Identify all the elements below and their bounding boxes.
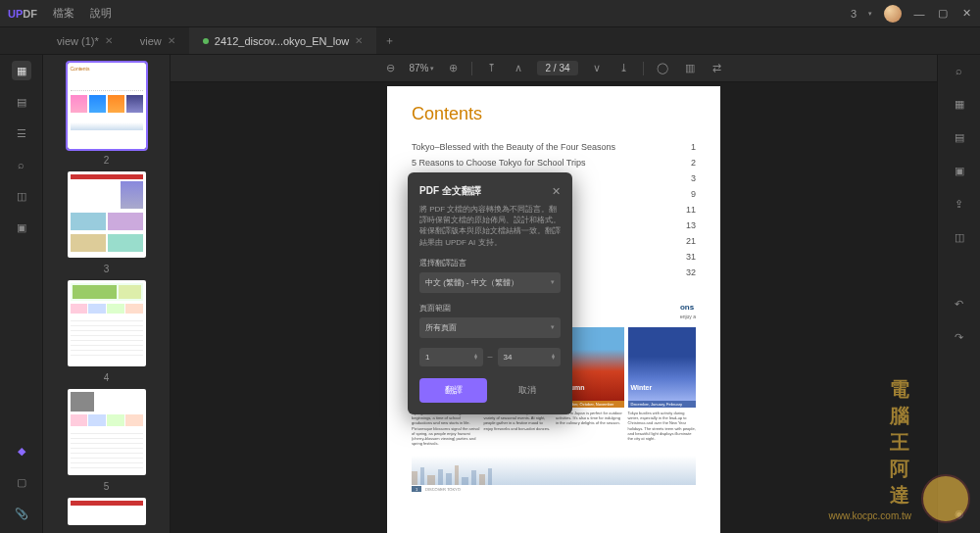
skyline-graphic — [412, 456, 696, 485]
redo-icon[interactable]: ↷ — [950, 327, 969, 347]
thumbnail-label: 5 — [104, 481, 110, 492]
maximize-button[interactable]: ▢ — [937, 8, 949, 20]
translate-button[interactable]: 翻譯 — [419, 378, 487, 403]
search-icon[interactable]: ⌕ — [12, 155, 31, 174]
range-label: 頁面範圍 — [419, 303, 561, 314]
thumbnail-label: 2 — [104, 155, 110, 166]
thumbnail-page-3[interactable] — [68, 171, 146, 258]
zoom-value[interactable]: 87% ▾ — [409, 63, 434, 73]
thumbnail-label: 4 — [104, 372, 110, 383]
toolbar: ⊖ 87% ▾ ⊕ ⤒ ∧ 2 / 34 ∨ ⤓ ◯ ▥ ⇄ — [171, 55, 937, 82]
layout-icon[interactable]: ▥ — [681, 60, 699, 77]
edit-icon[interactable]: ▦ — [950, 94, 969, 114]
translate-dialog: PDF 全文翻譯 ✕ 將 PDF 文檔的內容轉換為不同語言。翻譯時保留文檔的原始… — [408, 172, 572, 414]
outline-icon[interactable]: ☰ — [12, 123, 31, 143]
text-icon[interactable]: ▤ — [950, 127, 969, 147]
zoom-in-icon[interactable]: ⊕ — [444, 60, 462, 77]
right-iconbar: ⌕ ▦ ▤ ▣ ⇪ ◫ ↶ ↷ ◉ — [937, 55, 980, 533]
thumbnail-label: 3 — [104, 264, 110, 274]
close-icon[interactable]: ✕ — [355, 35, 363, 46]
range-dash: – — [488, 352, 493, 362]
titlebar: UPDF 檔案 說明 3 ▾ — ▢ ✕ — [0, 0, 980, 27]
layers-icon[interactable]: ◫ — [12, 186, 31, 206]
menu-file[interactable]: 檔案 — [53, 6, 74, 21]
first-page-icon[interactable]: ⤒ — [482, 60, 500, 77]
chevron-down-icon: ▾ — [551, 323, 555, 331]
counter-label: 3 — [851, 8, 857, 20]
season-text: Tokyo bustles with activity during winte… — [628, 411, 697, 441]
counter-chevron-icon[interactable]: ▾ — [868, 10, 872, 18]
status-dot-icon — [203, 38, 209, 44]
thumbnail-panel[interactable]: Contents 2 — [43, 55, 171, 533]
search-icon[interactable]: ⌕ — [950, 61, 969, 80]
avatar[interactable] — [884, 5, 902, 23]
prev-page-icon[interactable]: ∧ — [510, 60, 527, 77]
minimize-button[interactable]: — — [913, 8, 925, 20]
thumbnail-page-4[interactable] — [68, 280, 146, 366]
tab-file-1[interactable]: view (1)*✕ — [43, 27, 126, 54]
chevron-down-icon: ▾ — [551, 278, 555, 286]
dialog-close-icon[interactable]: ✕ — [552, 185, 561, 198]
clip-icon[interactable]: 📎 — [12, 504, 31, 523]
close-icon[interactable]: ✕ — [168, 35, 175, 46]
page-indicator[interactable]: 2 / 34 — [537, 61, 577, 75]
range-to-input[interactable]: 34▴▾ — [498, 348, 562, 366]
thumbnail-page-2[interactable]: Contents — [68, 63, 146, 149]
menu-help[interactable]: 說明 — [90, 6, 112, 21]
next-page-icon[interactable]: ∨ — [588, 60, 606, 77]
season-name: Winter — [631, 384, 653, 391]
thumbnail-view-icon[interactable]: ▦ — [12, 61, 31, 80]
app-logo: UPDF — [8, 8, 37, 20]
close-icon[interactable]: ✕ — [105, 35, 113, 46]
thumbnail-page-5[interactable] — [68, 389, 146, 475]
tab-file-3[interactable]: 2412_discov...okyo_EN_low✕ — [189, 27, 376, 54]
comment-icon[interactable]: ◯ — [654, 60, 671, 77]
season-card: Winter December, January, February Tokyo… — [628, 327, 697, 446]
spinner-icon[interactable]: ▴▾ — [552, 354, 555, 361]
season-image: Winter — [628, 327, 697, 401]
tab-file-2[interactable]: view✕ — [126, 27, 189, 54]
bookmark-icon[interactable]: ▤ — [12, 92, 31, 112]
cancel-button[interactable]: 取消 — [493, 378, 561, 403]
season-text: Spring is a season of endings and beginn… — [412, 411, 480, 446]
left-iconbar: ▦ ▤ ☰ ⌕ ◫ ▣ ◆ ▢ 📎 — [0, 55, 43, 533]
share-icon[interactable]: ◫ — [950, 227, 969, 247]
form-icon[interactable]: ▣ — [950, 161, 969, 180]
thumbnail-page-6[interactable] — [68, 498, 146, 525]
range-select[interactable]: 所有頁面▾ — [419, 317, 561, 338]
export-icon[interactable]: ⇪ — [950, 194, 969, 214]
ai-icon[interactable]: ◆ — [12, 441, 31, 460]
last-page-icon[interactable]: ⤓ — [615, 60, 633, 77]
season-period: December, January, February — [628, 401, 697, 408]
lang-select[interactable]: 中文 (繁體) - 中文（繁體）▾ — [419, 272, 561, 293]
range-from-input[interactable]: 1▴▾ — [419, 348, 483, 366]
zoom-out-icon[interactable]: ⊖ — [381, 60, 399, 77]
dialog-description: 將 PDF 文檔的內容轉換為不同語言。翻譯時保留文檔的原始佈局、設計和格式。確保… — [419, 204, 561, 248]
tab-add[interactable]: ＋ — [376, 27, 403, 54]
spinner-icon[interactable]: ▴▾ — [474, 354, 477, 361]
tabbar: view (1)*✕ view✕ 2412_discov...okyo_EN_l… — [0, 27, 980, 55]
toc-row[interactable]: 5 Reasons to Choose Tokyo for School Tri… — [412, 158, 696, 168]
toc-row[interactable]: Tokyo–Blessed with the Beauty of the Fou… — [412, 142, 696, 152]
attachment-icon[interactable]: ▣ — [12, 218, 31, 237]
seasons-sub: enjoy a — [680, 314, 696, 319]
save-icon[interactable]: ▢ — [12, 472, 31, 492]
page-footer: 1 DISCOVER TOKYO — [412, 485, 696, 493]
translate-icon[interactable]: ⇄ — [709, 60, 726, 77]
contents-heading: Contents — [412, 104, 696, 124]
watermark: 電腦王阿達 www.kocpc.com.tw — [921, 474, 970, 523]
close-button[interactable]: ✕ — [960, 8, 972, 20]
undo-icon[interactable]: ↶ — [950, 294, 969, 314]
seasons-heading: ons — [680, 303, 696, 312]
lang-label: 選擇翻譯語言 — [419, 258, 561, 268]
dialog-title: PDF 全文翻譯 — [419, 184, 481, 198]
